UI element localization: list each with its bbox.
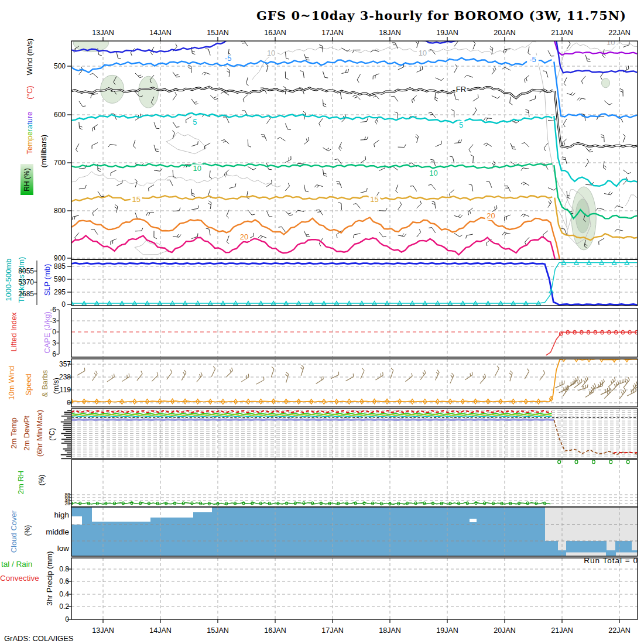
svg-text:8055: 8055 xyxy=(18,267,34,275)
svg-text:20JAN: 20JAN xyxy=(494,29,516,37)
svg-text:-3: -3 xyxy=(50,317,56,325)
panel-wind-10m xyxy=(70,357,643,407)
svg-text:-6: -6 xyxy=(50,306,56,314)
svg-text:13JAN: 13JAN xyxy=(92,29,114,37)
meteogram-page: GFS 0~10day 3-hourly for BOROMO (3W, 11.… xyxy=(0,0,644,644)
svg-text:10: 10 xyxy=(607,38,615,47)
svg-text:3: 3 xyxy=(52,339,56,347)
svg-text:22JAN: 22JAN xyxy=(608,29,631,37)
panel-upper-air: -5-555101015152020FR101010 xyxy=(71,35,638,260)
panel-cloud-cover xyxy=(71,507,638,556)
svg-text:22JAN: 22JAN xyxy=(608,626,631,635)
svg-text:700: 700 xyxy=(54,159,66,167)
svg-text:10: 10 xyxy=(429,169,437,177)
svg-text:6: 6 xyxy=(52,350,56,358)
svg-text:FR: FR xyxy=(456,85,466,94)
svg-text:885: 885 xyxy=(54,262,66,270)
svg-text:2685: 2685 xyxy=(18,290,34,298)
svg-text:21JAN: 21JAN xyxy=(551,29,573,37)
svg-text:500: 500 xyxy=(54,62,66,70)
panel-lifted-index xyxy=(71,309,638,357)
svg-text:16JAN: 16JAN xyxy=(264,29,286,37)
svg-text:17JAN: 17JAN xyxy=(321,626,344,635)
svg-text:10: 10 xyxy=(267,49,275,57)
svg-text:-5: -5 xyxy=(225,54,232,63)
svg-text:14JAN: 14JAN xyxy=(149,626,172,635)
panel-rh-2m xyxy=(70,460,638,507)
svg-text:20: 20 xyxy=(240,232,248,241)
svg-text:21JAN: 21JAN xyxy=(551,626,573,635)
svg-text:900: 900 xyxy=(54,254,66,262)
svg-text:20: 20 xyxy=(487,211,495,220)
svg-text:295: 295 xyxy=(54,288,66,296)
panel-temp-2m xyxy=(71,409,638,458)
svg-text:5: 5 xyxy=(459,121,463,129)
panel-precip xyxy=(71,558,638,619)
svg-text:10: 10 xyxy=(193,164,201,173)
svg-text:18JAN: 18JAN xyxy=(379,626,401,635)
svg-text:16JAN: 16JAN xyxy=(264,626,286,635)
svg-text:-5: -5 xyxy=(529,55,536,64)
meteogram-canvas: 13JAN13JAN14JAN14JAN15JAN15JAN16JAN16JAN… xyxy=(0,0,644,644)
svg-text:14JAN: 14JAN xyxy=(149,29,172,37)
svg-text:5370: 5370 xyxy=(18,278,34,286)
svg-text:15: 15 xyxy=(132,195,141,204)
svg-text:0: 0 xyxy=(52,328,56,336)
svg-text:19JAN: 19JAN xyxy=(436,626,458,635)
panel-slp xyxy=(70,259,638,306)
svg-text:15JAN: 15JAN xyxy=(207,626,229,635)
svg-text:15: 15 xyxy=(370,195,378,204)
svg-text:17JAN: 17JAN xyxy=(321,29,344,37)
svg-text:800: 800 xyxy=(54,207,66,215)
svg-text:5: 5 xyxy=(193,118,197,126)
svg-text:15JAN: 15JAN xyxy=(207,29,229,37)
svg-text:0: 0 xyxy=(61,300,66,309)
svg-text:19JAN: 19JAN xyxy=(436,29,458,37)
svg-text:13JAN: 13JAN xyxy=(92,626,114,635)
svg-text:18JAN: 18JAN xyxy=(379,29,401,37)
svg-text:600: 600 xyxy=(54,111,66,119)
svg-text:590: 590 xyxy=(54,275,66,283)
svg-text:10: 10 xyxy=(419,49,427,57)
svg-text:20JAN: 20JAN xyxy=(494,626,516,635)
